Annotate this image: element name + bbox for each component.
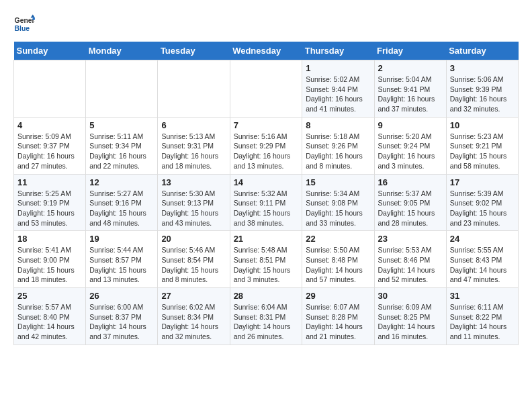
day-number: 18 [17, 234, 82, 244]
calendar-day-cell: 21Sunrise: 5:48 AMSunset: 8:51 PMDayligh… [230, 231, 302, 288]
day-number: 17 [450, 177, 515, 187]
calendar-day-cell: 25Sunrise: 5:57 AMSunset: 8:40 PMDayligh… [14, 288, 86, 345]
day-number: 23 [378, 234, 443, 244]
day-number: 6 [161, 120, 226, 130]
day-number: 26 [89, 291, 154, 301]
calendar-day-cell [158, 60, 230, 118]
day-number: 24 [450, 234, 515, 244]
day-info: Sunrise: 6:00 AMSunset: 8:37 PMDaylight:… [89, 302, 154, 342]
calendar-day-cell: 28Sunrise: 6:04 AMSunset: 8:31 PMDayligh… [230, 288, 302, 345]
day-of-week-header: Wednesday [230, 42, 302, 60]
day-info: Sunrise: 5:13 AMSunset: 9:31 PMDaylight:… [161, 132, 226, 171]
day-number: 16 [378, 177, 443, 187]
day-info: Sunrise: 5:20 AMSunset: 9:24 PMDaylight:… [378, 132, 443, 171]
day-info: Sunrise: 5:39 AMSunset: 9:02 PMDaylight:… [450, 189, 515, 228]
calendar-day-cell: 3Sunrise: 5:06 AMSunset: 9:39 PMDaylight… [446, 60, 518, 118]
calendar-day-cell: 7Sunrise: 5:16 AMSunset: 9:29 PMDaylight… [230, 117, 302, 174]
calendar-day-cell: 20Sunrise: 5:46 AMSunset: 8:54 PMDayligh… [158, 231, 230, 288]
logo-icon: General Blue [13, 13, 35, 35]
day-number: 20 [161, 234, 226, 244]
day-info: Sunrise: 5:37 AMSunset: 9:05 PMDaylight:… [378, 189, 443, 228]
calendar-week-row: 11Sunrise: 5:25 AMSunset: 9:19 PMDayligh… [14, 174, 519, 231]
day-info: Sunrise: 5:04 AMSunset: 9:41 PMDaylight:… [378, 75, 443, 114]
calendar-day-cell [230, 60, 302, 118]
calendar-week-row: 1Sunrise: 5:02 AMSunset: 9:44 PMDaylight… [14, 60, 519, 118]
day-of-week-header: Friday [374, 42, 446, 60]
day-info: Sunrise: 5:53 AMSunset: 8:46 PMDaylight:… [378, 245, 443, 285]
calendar-day-cell: 10Sunrise: 5:23 AMSunset: 9:21 PMDayligh… [446, 117, 518, 174]
day-number: 22 [306, 234, 370, 244]
calendar-day-cell: 5Sunrise: 5:11 AMSunset: 9:34 PMDaylight… [86, 117, 158, 174]
day-number: 29 [306, 291, 370, 301]
svg-text:General: General [15, 17, 35, 24]
day-info: Sunrise: 5:30 AMSunset: 9:13 PMDaylight:… [161, 189, 226, 228]
day-info: Sunrise: 5:41 AMSunset: 9:00 PMDaylight:… [17, 245, 82, 285]
day-info: Sunrise: 5:34 AMSunset: 9:08 PMDaylight:… [306, 189, 370, 228]
day-of-week-header: Sunday [14, 42, 86, 60]
day-number: 1 [306, 63, 370, 73]
day-number: 9 [378, 120, 443, 130]
svg-marker-2 [31, 15, 35, 18]
day-info: Sunrise: 6:04 AMSunset: 8:31 PMDaylight:… [234, 302, 299, 342]
day-of-week-header: Saturday [446, 42, 518, 60]
svg-text:Blue: Blue [15, 25, 30, 32]
day-number: 7 [234, 120, 299, 130]
day-number: 4 [17, 120, 82, 130]
day-info: Sunrise: 5:11 AMSunset: 9:34 PMDaylight:… [89, 132, 154, 171]
calendar-day-cell: 17Sunrise: 5:39 AMSunset: 9:02 PMDayligh… [446, 174, 518, 231]
page-header: General Blue [13, 13, 519, 35]
calendar-day-cell: 11Sunrise: 5:25 AMSunset: 9:19 PMDayligh… [14, 174, 86, 231]
day-number: 30 [378, 291, 443, 301]
calendar-day-cell: 2Sunrise: 5:04 AMSunset: 9:41 PMDaylight… [374, 60, 446, 118]
calendar-day-cell: 8Sunrise: 5:18 AMSunset: 9:26 PMDaylight… [302, 117, 374, 174]
calendar-day-cell: 4Sunrise: 5:09 AMSunset: 9:37 PMDaylight… [14, 117, 86, 174]
day-info: Sunrise: 5:06 AMSunset: 9:39 PMDaylight:… [450, 75, 515, 114]
day-info: Sunrise: 5:16 AMSunset: 9:29 PMDaylight:… [234, 132, 299, 171]
calendar-week-row: 25Sunrise: 5:57 AMSunset: 8:40 PMDayligh… [14, 288, 519, 345]
calendar-header-row: SundayMondayTuesdayWednesdayThursdayFrid… [14, 42, 519, 60]
day-number: 15 [306, 177, 370, 187]
calendar-day-cell: 26Sunrise: 6:00 AMSunset: 8:37 PMDayligh… [86, 288, 158, 345]
day-of-week-header: Tuesday [158, 42, 230, 60]
day-number: 2 [378, 63, 443, 73]
calendar-week-row: 4Sunrise: 5:09 AMSunset: 9:37 PMDaylight… [14, 117, 519, 174]
day-info: Sunrise: 5:18 AMSunset: 9:26 PMDaylight:… [306, 132, 370, 171]
day-info: Sunrise: 5:25 AMSunset: 9:19 PMDaylight:… [17, 189, 82, 228]
calendar-day-cell: 12Sunrise: 5:27 AMSunset: 9:16 PMDayligh… [86, 174, 158, 231]
day-info: Sunrise: 5:27 AMSunset: 9:16 PMDaylight:… [89, 189, 154, 228]
day-number: 3 [450, 63, 515, 73]
day-number: 27 [161, 291, 226, 301]
day-info: Sunrise: 5:32 AMSunset: 9:11 PMDaylight:… [234, 189, 299, 228]
day-number: 13 [161, 177, 226, 187]
day-of-week-header: Thursday [302, 42, 374, 60]
day-number: 21 [234, 234, 299, 244]
day-info: Sunrise: 5:50 AMSunset: 8:48 PMDaylight:… [306, 245, 370, 285]
day-number: 28 [234, 291, 299, 301]
calendar-day-cell: 14Sunrise: 5:32 AMSunset: 9:11 PMDayligh… [230, 174, 302, 231]
day-info: Sunrise: 5:57 AMSunset: 8:40 PMDaylight:… [17, 302, 82, 342]
day-info: Sunrise: 5:02 AMSunset: 9:44 PMDaylight:… [306, 75, 370, 114]
calendar-day-cell: 18Sunrise: 5:41 AMSunset: 9:00 PMDayligh… [14, 231, 86, 288]
day-number: 25 [17, 291, 82, 301]
calendar-day-cell: 27Sunrise: 6:02 AMSunset: 8:34 PMDayligh… [158, 288, 230, 345]
day-info: Sunrise: 6:02 AMSunset: 8:34 PMDaylight:… [161, 302, 226, 342]
day-number: 10 [450, 120, 515, 130]
day-info: Sunrise: 5:09 AMSunset: 9:37 PMDaylight:… [17, 132, 82, 171]
day-number: 14 [234, 177, 299, 187]
calendar-day-cell: 16Sunrise: 5:37 AMSunset: 9:05 PMDayligh… [374, 174, 446, 231]
calendar-day-cell: 6Sunrise: 5:13 AMSunset: 9:31 PMDaylight… [158, 117, 230, 174]
calendar-day-cell: 29Sunrise: 6:07 AMSunset: 8:28 PMDayligh… [302, 288, 374, 345]
day-info: Sunrise: 6:07 AMSunset: 8:28 PMDaylight:… [306, 302, 370, 342]
day-of-week-header: Monday [86, 42, 158, 60]
calendar-day-cell: 31Sunrise: 6:11 AMSunset: 8:22 PMDayligh… [446, 288, 518, 345]
calendar-day-cell: 30Sunrise: 6:09 AMSunset: 8:25 PMDayligh… [374, 288, 446, 345]
day-info: Sunrise: 5:48 AMSunset: 8:51 PMDaylight:… [234, 245, 299, 285]
day-info: Sunrise: 5:23 AMSunset: 9:21 PMDaylight:… [450, 132, 515, 171]
calendar-day-cell [14, 60, 86, 118]
calendar-day-cell: 1Sunrise: 5:02 AMSunset: 9:44 PMDaylight… [302, 60, 374, 118]
day-number: 11 [17, 177, 82, 187]
calendar-week-row: 18Sunrise: 5:41 AMSunset: 9:00 PMDayligh… [14, 231, 519, 288]
day-info: Sunrise: 5:46 AMSunset: 8:54 PMDaylight:… [161, 245, 226, 285]
calendar-table: SundayMondayTuesdayWednesdayThursdayFrid… [13, 42, 519, 345]
calendar-day-cell [86, 60, 158, 118]
